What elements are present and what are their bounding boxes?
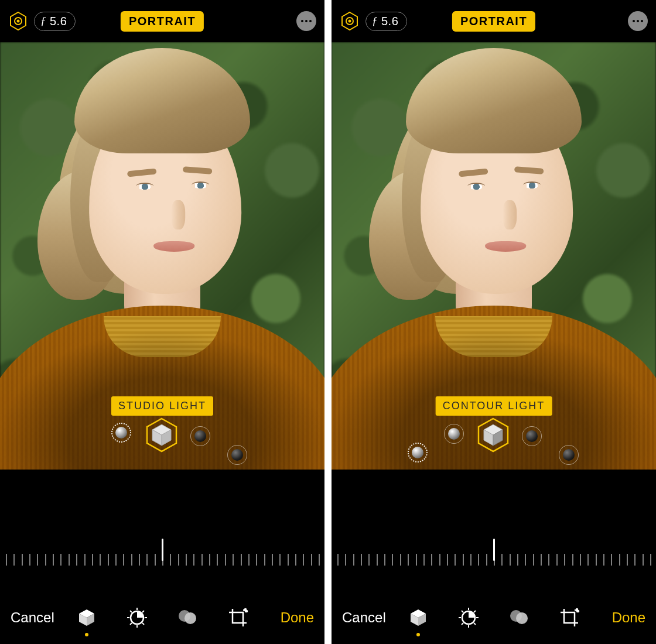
tool-filters-icon[interactable] [176,606,199,629]
portrait-aperture-icon[interactable] [8,11,28,31]
photo-preview[interactable]: CONTOUR LIGHT [332,42,656,470]
tool-filters-icon[interactable] [507,606,531,629]
top-bar: ƒ 5.6 PORTRAIT [0,0,324,42]
cancel-button[interactable]: Cancel [342,609,386,626]
svg-point-22 [246,611,247,612]
lighting-option-studio[interactable] [444,424,464,444]
svg-marker-26 [479,419,508,451]
svg-point-20 [184,612,196,624]
slider-ticks [0,551,324,568]
lighting-selected-label: STUDIO LIGHT [111,396,213,416]
svg-point-21 [245,609,246,610]
done-button[interactable]: Done [281,609,314,626]
bottom-toolbar: Cancel Done [0,591,324,644]
more-button[interactable] [628,11,648,31]
lighting-option-natural[interactable] [111,423,131,443]
top-bar: ƒ 5.6 PORTRAIT [332,0,656,42]
tool-crop-icon[interactable] [226,606,250,629]
done-button[interactable]: Done [612,609,645,626]
svg-point-2 [17,20,20,23]
tool-adjust-icon[interactable] [125,606,149,629]
svg-line-18 [130,623,132,625]
mode-badge[interactable]: PORTRAIT [121,11,204,32]
svg-point-25 [348,20,351,23]
lighting-option-stage[interactable] [522,426,542,446]
svg-point-44 [576,609,578,610]
lighting-selected-label: CONTOUR LIGHT [436,396,552,416]
lighting-option-contour[interactable] [190,426,210,446]
phone-screen-right: ƒ 5.6 PORTRAIT CONTOUR LIGHT [332,0,656,644]
lighting-option-stage[interactable] [227,445,247,465]
lighting-option-natural[interactable] [408,443,428,463]
photo-preview[interactable]: STUDIO LIGHT [0,42,324,470]
aperture-value: 5.6 [381,15,398,28]
svg-line-41 [462,623,463,625]
aperture-button[interactable]: ƒ 5.6 [34,12,76,31]
intensity-slider[interactable] [332,543,656,576]
bottom-toolbar: Cancel Done [332,591,656,644]
lighting-option-selected[interactable] [475,417,511,453]
lighting-option-stage-mono[interactable] [559,445,579,465]
svg-line-16 [142,623,144,625]
tool-adjust-icon[interactable] [457,606,480,629]
aperture-value: 5.6 [50,15,67,28]
phone-screen-left: ƒ 5.6 PORTRAIT STUDIO LIGHT [0,0,324,644]
svg-line-38 [462,611,463,612]
svg-point-43 [516,612,528,624]
cancel-button[interactable]: Cancel [11,609,54,626]
svg-marker-3 [147,419,176,451]
svg-line-17 [142,611,144,612]
lighting-option-selected[interactable] [144,417,180,453]
svg-line-15 [130,611,132,612]
tool-crop-icon[interactable] [558,606,581,629]
more-button[interactable] [296,11,316,31]
f-glyph: ƒ [372,15,379,28]
portrait-aperture-icon[interactable] [340,11,360,31]
aperture-button[interactable]: ƒ 5.6 [365,12,407,31]
intensity-slider[interactable] [0,543,324,576]
svg-line-40 [474,611,476,612]
tool-lighting-icon[interactable] [75,606,98,629]
f-glyph: ƒ [40,15,47,28]
svg-line-39 [474,623,476,625]
mode-badge[interactable]: PORTRAIT [452,11,535,32]
tool-lighting-icon[interactable] [406,606,430,629]
svg-point-45 [578,611,579,612]
slider-ticks [332,551,656,568]
